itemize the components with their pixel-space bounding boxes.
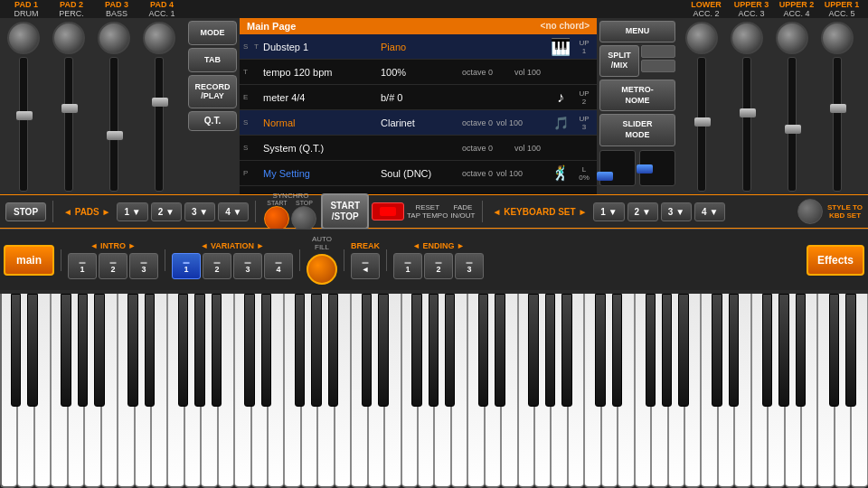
black-key-5[interactable] bbox=[94, 294, 104, 407]
black-key-50[interactable] bbox=[845, 294, 855, 407]
intro-2-button[interactable]: ▬ 2 bbox=[99, 253, 127, 279]
black-key-3[interactable] bbox=[61, 294, 71, 407]
ending-1-button[interactable]: ▬ 1 bbox=[393, 253, 422, 279]
black-key-4[interactable] bbox=[78, 294, 88, 407]
pad3-knob[interactable] bbox=[98, 22, 130, 54]
black-key-40[interactable] bbox=[678, 294, 688, 407]
ending-2-button[interactable]: ▬ 2 bbox=[424, 253, 453, 279]
pad-num-3-button[interactable]: 3 ▼ bbox=[184, 202, 215, 221]
slider-mode-button[interactable]: SLIDER MODE bbox=[599, 114, 675, 145]
ending-3-button[interactable]: ▬ 3 bbox=[455, 253, 484, 279]
tab-button[interactable]: TAB bbox=[188, 48, 237, 72]
black-key-8[interactable] bbox=[145, 294, 155, 407]
pad3-slider[interactable] bbox=[109, 57, 118, 192]
acc3-knob[interactable] bbox=[731, 22, 763, 54]
pad4-knob[interactable] bbox=[143, 22, 175, 54]
var-3-button[interactable]: ▬ 3 bbox=[233, 253, 262, 279]
var-4-button[interactable]: ▬ 4 bbox=[264, 253, 293, 279]
mode-button[interactable]: MODE bbox=[188, 21, 237, 45]
song-entry-mysetting[interactable]: P My Setting Soul (DNC) octave 0 vol 100… bbox=[240, 161, 597, 186]
black-key-15[interactable] bbox=[261, 294, 271, 407]
black-key-7[interactable] bbox=[127, 294, 137, 407]
black-key-43[interactable] bbox=[729, 294, 739, 407]
black-key-33[interactable] bbox=[561, 294, 571, 407]
pad1-knob[interactable] bbox=[7, 22, 40, 54]
intro-1-button[interactable]: ▬ 1 bbox=[68, 253, 97, 279]
break-button[interactable]: ▬ ◄ bbox=[351, 253, 380, 279]
black-key-39[interactable] bbox=[662, 294, 672, 407]
acc4-slider[interactable] bbox=[788, 57, 797, 192]
split-mix-button[interactable]: SPLIT /MIX bbox=[599, 45, 639, 77]
menu-button[interactable]: MENU bbox=[599, 21, 675, 42]
acc4-knob[interactable] bbox=[776, 22, 808, 54]
kbd-round-button[interactable] bbox=[797, 199, 823, 224]
song-panel-header[interactable]: Main Page <no chord> bbox=[240, 18, 597, 34]
synchro-stop-button[interactable] bbox=[291, 206, 316, 231]
black-key-18[interactable] bbox=[311, 294, 321, 407]
black-key-28[interactable] bbox=[478, 294, 488, 407]
black-key-38[interactable] bbox=[646, 294, 656, 407]
right-slider-2[interactable] bbox=[639, 150, 675, 186]
black-key-14[interactable] bbox=[244, 294, 254, 407]
song-entry-tempo[interactable]: T tempo 120 bpm 100% octave 0 vol 100 bbox=[240, 60, 597, 85]
black-key-31[interactable] bbox=[528, 294, 538, 407]
song-entry-dubstep[interactable]: S T Dubstep 1 Piano 🎹 UP1 bbox=[240, 34, 597, 60]
black-key-36[interactable] bbox=[612, 294, 622, 407]
fade-button[interactable]: FADE IN/OUT bbox=[450, 203, 475, 220]
black-key-22[interactable] bbox=[378, 294, 388, 407]
pad-num-2-button[interactable]: 2 ▼ bbox=[151, 202, 182, 221]
black-key-49[interactable] bbox=[829, 294, 839, 407]
pad-num-4-button[interactable]: 4 ▼ bbox=[218, 202, 249, 221]
acc5-knob[interactable] bbox=[821, 22, 854, 54]
black-key-24[interactable] bbox=[411, 294, 421, 407]
pad2-knob[interactable] bbox=[52, 22, 85, 54]
kbd-num-3-button[interactable]: 3 ▼ bbox=[661, 202, 692, 221]
pad1-slider[interactable] bbox=[19, 57, 28, 192]
kbd-num-4-button[interactable]: 4 ▼ bbox=[694, 202, 725, 221]
kbd-num-1-button[interactable]: 1 ▼ bbox=[593, 202, 624, 221]
acc2-knob[interactable] bbox=[685, 22, 718, 54]
black-key-10[interactable] bbox=[178, 294, 188, 407]
kbd-num-2-button[interactable]: 2 ▼ bbox=[627, 202, 658, 221]
black-key-0[interactable] bbox=[11, 294, 21, 407]
black-key-32[interactable] bbox=[545, 294, 555, 407]
black-key-12[interactable] bbox=[212, 294, 222, 407]
black-key-35[interactable] bbox=[595, 294, 605, 407]
song-entry-normal[interactable]: S Normal Clarinet octave 0 vol 100 🎵 UP3 bbox=[240, 110, 597, 136]
style-to-kbd-button[interactable]: STYLE TO KBD SET bbox=[827, 203, 863, 220]
song-entry-system[interactable]: S System (Q.T.) octave 0 vol 100 bbox=[240, 136, 597, 161]
var-2-button[interactable]: ▬ 2 bbox=[203, 253, 231, 279]
acc3-slider[interactable] bbox=[742, 57, 751, 192]
acc5-slider[interactable] bbox=[833, 57, 842, 192]
song-entry-meter[interactable]: E meter 4/4 b/# 0 ♪ UP2 bbox=[240, 85, 597, 110]
main-button[interactable]: main bbox=[4, 245, 54, 276]
effects-button[interactable]: Effects bbox=[807, 245, 864, 276]
black-key-21[interactable] bbox=[362, 294, 372, 407]
metronome-button[interactable]: METRO- NOME bbox=[599, 80, 675, 111]
reset-button[interactable]: RESET TAP TEMPO bbox=[407, 203, 448, 220]
qt-button[interactable]: Q.T. bbox=[188, 111, 237, 131]
stop-button[interactable]: STOP bbox=[5, 202, 46, 221]
black-key-11[interactable] bbox=[194, 294, 204, 407]
pad2-slider[interactable] bbox=[64, 57, 73, 192]
black-key-19[interactable] bbox=[328, 294, 338, 407]
black-key-26[interactable] bbox=[445, 294, 455, 407]
black-key-45[interactable] bbox=[762, 294, 772, 407]
start-stop-button[interactable]: START/STOP bbox=[321, 193, 369, 230]
black-key-17[interactable] bbox=[295, 294, 305, 407]
pad-num-1-button[interactable]: 1 ▼ bbox=[117, 202, 147, 221]
right-slider-1[interactable] bbox=[599, 150, 636, 186]
auto-fill-button[interactable] bbox=[307, 254, 337, 285]
intro-3-button[interactable]: ▬ 3 bbox=[129, 253, 158, 279]
acc2-slider[interactable] bbox=[697, 57, 706, 192]
black-key-29[interactable] bbox=[495, 294, 505, 407]
synchro-start-button[interactable] bbox=[264, 206, 289, 231]
var-1-button[interactable]: ▬ 1 bbox=[172, 253, 201, 279]
record-play-button[interactable]: RECORD /PLAY bbox=[188, 75, 237, 109]
black-key-1[interactable] bbox=[27, 294, 37, 407]
black-key-47[interactable] bbox=[796, 294, 806, 407]
black-key-42[interactable] bbox=[712, 294, 722, 407]
pad4-slider[interactable] bbox=[155, 57, 164, 192]
black-key-25[interactable] bbox=[429, 294, 439, 407]
black-key-46[interactable] bbox=[778, 294, 788, 407]
